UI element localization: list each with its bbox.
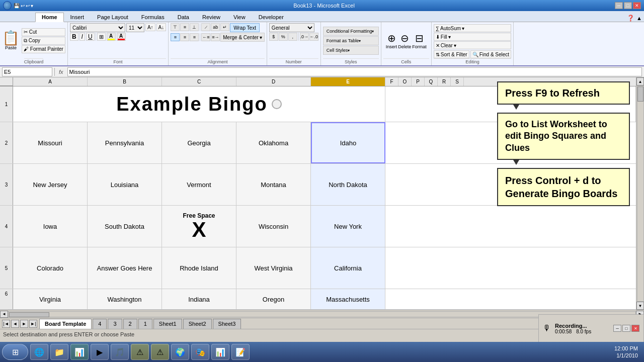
text-angle1[interactable]: ⟋ [201,23,210,31]
format-painter-button[interactable]: 🖌 Format Painter [22,45,65,53]
col-header-o[interactable]: O [398,77,412,86]
word-button[interactable]: 📝 [231,344,250,360]
maximize-button[interactable]: □ [624,2,632,9]
spreadsheet-btn2[interactable]: 📊 [211,344,229,360]
col-header-c[interactable]: C [162,77,236,86]
start-button[interactable]: ⊞ [2,344,28,360]
increase-decimal[interactable]: .0→ [300,33,309,41]
warning1-button[interactable]: ⚠ [131,344,149,360]
tab-board-template[interactable]: Board Template [39,319,92,329]
cell-d2[interactable]: Oklahoma [236,122,311,163]
col-header-d[interactable]: D [236,77,311,86]
col-header-b[interactable]: B [88,77,162,86]
font-color-button[interactable]: A [117,33,126,41]
recording-close[interactable]: ✕ [631,325,639,332]
cell-d5[interactable]: West Virginia [236,247,311,289]
sheet-nav-last[interactable]: ►| [29,320,37,328]
cell-a5[interactable]: Colorado [13,247,88,289]
recording-restore[interactable]: □ [622,325,630,332]
comma-button[interactable]: , [288,33,297,41]
cell-a4[interactable]: Iowa [13,206,88,247]
tab-data[interactable]: Data [171,13,196,22]
sheet-nav-prev[interactable]: ◄ [11,320,19,328]
underline-button[interactable]: U [86,33,95,41]
tab-3[interactable]: 3 [108,319,122,329]
col-header-p[interactable]: P [412,77,425,86]
quick-undo2[interactable]: ↩ [26,3,30,9]
increase-font[interactable]: A↑ [145,23,155,31]
decrease-font[interactable]: A↓ [156,23,167,31]
border-button[interactable]: ⊞ [97,33,106,41]
cell-d6[interactable]: Oregon [236,289,311,309]
cell-c4-free-space[interactable]: Free Space X [162,206,236,247]
wrap-text-button[interactable]: Wrap Text [230,23,260,32]
sheet-nav-next[interactable]: ► [20,320,28,328]
cut-button[interactable]: ✂ Cut [22,28,65,36]
cell-e6[interactable]: Massachusetts [311,289,385,309]
col-header-f[interactable]: F [385,77,398,86]
cell-b5[interactable]: Answer Goes Here [88,247,162,289]
cell-c2[interactable]: Georgia [162,122,236,163]
tab-4[interactable]: 4 [93,319,107,329]
decrease-decimal[interactable]: ←.0 [309,33,318,41]
cell-e2[interactable]: Idaho [311,122,385,163]
excel-taskbar-button[interactable]: 📊 [70,344,89,360]
align-bottom[interactable]: ⊥ [190,23,199,31]
cell-d4[interactable]: Wisconsin [236,206,311,247]
tab-formulas[interactable]: Formulas [135,13,171,22]
align-right[interactable]: ≡ [190,33,199,41]
copy-button[interactable]: ⧉ Copy [22,37,65,45]
cell-c5[interactable]: Rhode Island [162,247,236,289]
sheet-nav-first[interactable]: |◄ [2,320,10,328]
align-middle[interactable]: ≡ [180,23,189,31]
find-select-button[interactable]: 🔍 Find & Select [470,50,511,58]
help-button[interactable]: ❓ [627,15,634,22]
cell-d3[interactable]: Montana [236,164,311,205]
format-as-table-button[interactable]: Format as Table ▾ [323,36,379,45]
col-header-q[interactable]: Q [425,77,438,86]
cell-e5[interactable]: California [311,247,385,289]
bingo-title-cell[interactable]: Example Bingo [13,86,385,122]
cell-a3[interactable]: New Jersey [13,164,88,205]
format-cells-button[interactable]: ⊟ Format [412,32,427,49]
col-header-r[interactable]: R [438,77,451,86]
media-player-button[interactable]: ▶ [91,344,109,360]
delete-cells-button[interactable]: ⊖ Delete [398,32,411,49]
warning2-button[interactable]: ⚠ [151,344,169,360]
scroll-left-button[interactable]: ◄ [0,311,8,318]
cell-b4[interactable]: South Dakota [88,206,162,247]
align-left[interactable]: ≡ [171,33,180,41]
cell-b6[interactable]: Washington [88,289,162,309]
font-size-select[interactable]: 11 [126,23,144,32]
conditional-formatting-button[interactable]: Conditional Formatting ▾ [323,27,379,36]
tab-view[interactable]: View [227,13,252,22]
autosum-button[interactable]: ∑ AutoSum ▾ [434,24,511,32]
text-wrap-icon[interactable]: ↵ [220,23,229,31]
scroll-track[interactable] [637,85,644,302]
clear-button[interactable]: ✕ Clear ▾ [434,41,511,49]
media-btn2[interactable]: 🎭 [191,344,209,360]
cell-b2[interactable]: Pennsylvania [88,122,162,163]
col-header-e[interactable]: E [311,77,385,86]
name-box[interactable] [2,67,52,76]
insert-cells-button[interactable]: ⊕ Insert [386,32,397,49]
tab-developer[interactable]: Developer [252,13,290,22]
tab-insert[interactable]: Insert [64,13,91,22]
text-angle2[interactable]: ab [211,23,220,31]
cell-e4[interactable]: New York [311,206,385,247]
increase-indent[interactable]: ≡→ [211,33,220,41]
cell-b3[interactable]: Louisiana [88,164,162,205]
quick-undo[interactable]: ↩ [21,3,25,9]
h-scroll-thumb[interactable] [9,312,49,317]
number-format-select[interactable]: General [269,23,314,32]
formula-input[interactable] [67,67,642,76]
tab-home[interactable]: Home [35,13,64,22]
scroll-down-button[interactable]: ▼ [636,302,644,310]
cell-styles-button[interactable]: Cell Styles ▾ [323,46,379,55]
cell-a2[interactable]: Missouri [13,122,88,163]
percent-button[interactable]: % [279,33,288,41]
align-top[interactable]: ⊤ [171,23,180,31]
col-header-s[interactable]: S [451,77,464,86]
ribbon-collapse[interactable]: ▲ [636,15,642,21]
font-name-select[interactable]: Calibri [70,23,125,32]
